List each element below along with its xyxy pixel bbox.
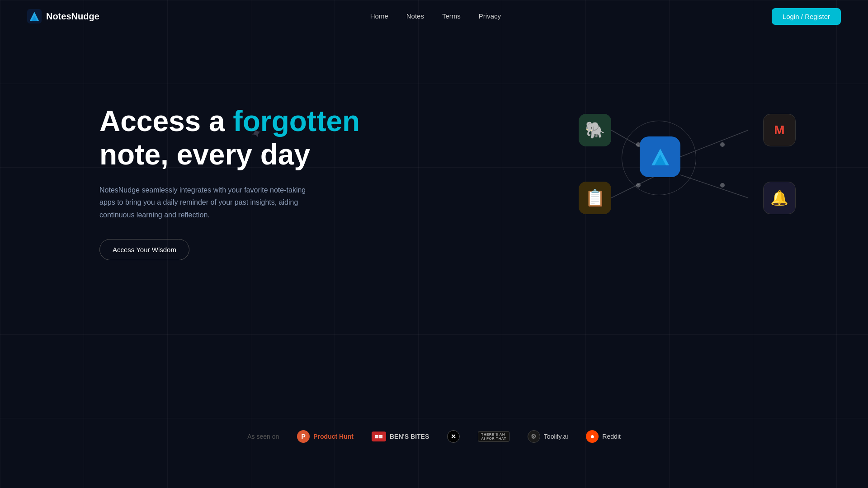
as-seen-on-label: As seen on [247, 433, 279, 440]
nav-terms[interactable]: Terms [442, 12, 461, 20]
gmail-icon: M [763, 114, 796, 146]
nav-privacy[interactable]: Privacy [479, 12, 501, 20]
access-wisdom-button[interactable]: Access Your Wisdom [99, 239, 189, 260]
center-notesnudge-icon [640, 136, 680, 177]
reddit-label: Reddit [602, 433, 620, 440]
reddit-link[interactable]: ● Reddit [586, 430, 620, 443]
nav-home[interactable]: Home [370, 12, 388, 20]
nav-links: Home Notes Terms Privacy [370, 12, 501, 20]
as-seen-on-section: As seen on P Product Hunt ▦▦ BEN'S BITES… [0, 430, 868, 443]
integration-diagram: 🐘 📋 M 🔔 [570, 78, 796, 258]
toolify-label: Toolify.ai [544, 433, 568, 440]
toolify-link[interactable]: ⚙ Toolify.ai [528, 430, 568, 443]
brand-name: NotesNudge [46, 11, 99, 22]
hero-title-prefix: Access a [99, 105, 233, 137]
navbar: NotesNudge Home Notes Terms Privacy Logi… [0, 0, 868, 33]
x-twitter-link[interactable]: ✕ [447, 430, 460, 443]
product-hunt-label: Product Hunt [313, 433, 354, 440]
svg-line-6 [680, 175, 748, 198]
toolify-icon: ⚙ [528, 430, 540, 443]
svg-point-10 [720, 183, 725, 188]
product-hunt-icon: P [297, 430, 310, 443]
center-logo-svg [648, 145, 673, 169]
logo-icon [27, 9, 42, 23]
svg-point-9 [720, 142, 725, 147]
brand-logo[interactable]: NotesNudge [27, 9, 99, 23]
x-twitter-icon: ✕ [447, 430, 460, 443]
evernote-icon: 🐘 [579, 114, 611, 146]
notification-icon: 🔔 [763, 182, 796, 214]
nav-notes[interactable]: Notes [406, 12, 424, 20]
product-hunt-link[interactable]: P Product Hunt [297, 430, 354, 443]
sticky-notes-icon: 📋 [579, 182, 611, 214]
hero-title: Access a forgotten note, every day [99, 105, 360, 171]
hero-subtitle: NotesNudge seamlessly integrates with yo… [99, 184, 316, 221]
hero-section: Access a forgotten note, every day Notes… [0, 33, 868, 434]
bens-bites-link[interactable]: ▦▦ BEN'S BITES [372, 432, 429, 441]
bens-bites-label: BEN'S BITES [390, 433, 429, 440]
theres-an-ai-icon: THERE'S ANAI FOR THAT [478, 431, 509, 442]
bens-bites-icon: ▦▦ [372, 432, 386, 441]
reddit-icon: ● [586, 430, 599, 443]
hero-title-suffix: note, every day [99, 138, 310, 171]
theres-an-ai-link[interactable]: THERE'S ANAI FOR THAT [478, 431, 509, 442]
login-register-button[interactable]: Login / Register [772, 8, 841, 25]
hero-content: Access a forgotten note, every day Notes… [99, 87, 360, 260]
